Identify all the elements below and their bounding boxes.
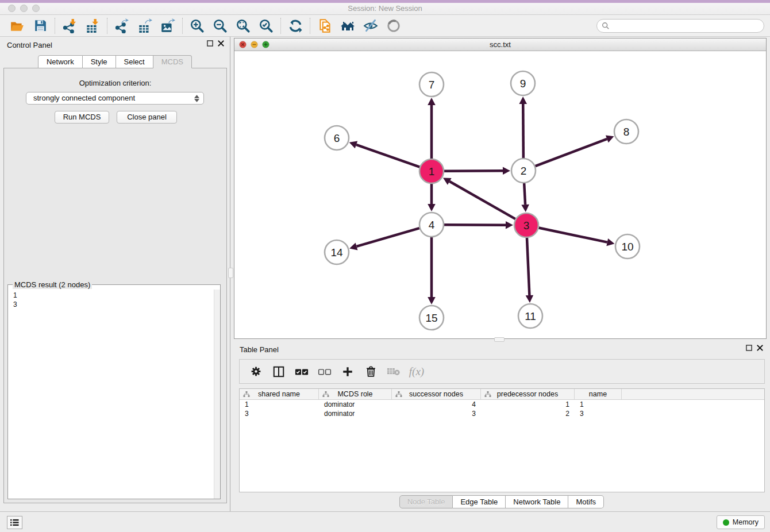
column-header-name[interactable]: name bbox=[575, 389, 622, 399]
edge-2-9[interactable] bbox=[523, 104, 523, 158]
export-network-button[interactable] bbox=[110, 17, 133, 35]
close-panel-icon[interactable] bbox=[757, 345, 763, 351]
delete-column-button[interactable] bbox=[364, 365, 378, 379]
cell-MCDS-role[interactable]: dominator bbox=[319, 400, 392, 409]
tab-mcds[interactable]: MCDS bbox=[153, 55, 192, 68]
table-row[interactable]: 3dominator323 bbox=[240, 409, 764, 418]
refresh-button[interactable] bbox=[284, 17, 307, 35]
import-network-button[interactable] bbox=[58, 17, 81, 35]
zoom-out-button[interactable] bbox=[209, 17, 232, 35]
network-frame-title: scc.txt bbox=[234, 40, 766, 49]
search-box[interactable] bbox=[596, 19, 764, 33]
cell-shared-name[interactable]: 3 bbox=[240, 409, 319, 418]
node-label-8: 8 bbox=[623, 126, 630, 138]
duplicate-network-button[interactable] bbox=[313, 17, 336, 35]
open-session-button[interactable] bbox=[6, 17, 29, 35]
float-panel-icon[interactable] bbox=[207, 40, 213, 47]
close-panel-icon[interactable] bbox=[218, 40, 224, 47]
save-session-button[interactable] bbox=[29, 17, 52, 35]
cell-predecessor-nodes[interactable]: 1 bbox=[481, 400, 575, 409]
hide-graphics-button[interactable] bbox=[359, 17, 382, 35]
tree-icon bbox=[395, 391, 402, 398]
show-column-button[interactable] bbox=[272, 365, 286, 379]
cell-name[interactable]: 3 bbox=[575, 409, 622, 418]
network-frame-titlebar[interactable]: scc.txt bbox=[234, 38, 766, 51]
edge-3-11[interactable] bbox=[527, 238, 529, 295]
table-settings-button[interactable] bbox=[249, 365, 263, 379]
edge-4-14[interactable] bbox=[357, 228, 419, 246]
import-network-icon bbox=[62, 18, 77, 33]
column-header-MCDS-role[interactable]: MCDS role bbox=[319, 389, 392, 399]
unselect-all-icon bbox=[318, 367, 332, 376]
network-graph[interactable]: 7968124314101511 bbox=[234, 51, 766, 339]
column-icon bbox=[272, 365, 285, 378]
tab-select[interactable]: Select bbox=[116, 55, 153, 68]
vertical-splitter-grip[interactable] bbox=[228, 268, 233, 278]
cell-predecessor-nodes[interactable]: 2 bbox=[481, 409, 575, 418]
optimization-criterion-select[interactable]: strongly connected component bbox=[26, 92, 204, 105]
search-input[interactable] bbox=[610, 20, 764, 32]
result-line: 3 bbox=[13, 300, 209, 309]
edge-1-2[interactable] bbox=[444, 171, 503, 171]
tab-motifs[interactable]: Motifs bbox=[568, 495, 604, 508]
delete-table-button[interactable] bbox=[387, 365, 401, 379]
cell-shared-name[interactable]: 1 bbox=[240, 400, 319, 409]
status-bar: Memory bbox=[0, 511, 770, 532]
eye-icon bbox=[386, 18, 401, 33]
edge-4-3[interactable] bbox=[444, 225, 506, 225]
table-panel-title: Table Panel bbox=[240, 345, 279, 354]
edge-3-1[interactable] bbox=[449, 182, 515, 219]
edge-1-6[interactable] bbox=[356, 145, 419, 167]
run-mcds-button[interactable]: Run MCDS bbox=[55, 111, 109, 124]
import-table-button[interactable] bbox=[81, 17, 104, 35]
show-panels-button[interactable] bbox=[7, 516, 22, 529]
tab-edge-table[interactable]: Edge Table bbox=[453, 495, 506, 508]
node-table[interactable]: shared nameMCDS rolesuccessor nodesprede… bbox=[239, 388, 765, 492]
create-column-button[interactable] bbox=[341, 365, 355, 379]
column-header-shared-name[interactable]: shared name bbox=[240, 389, 319, 399]
mcds-result-list[interactable]: 13 bbox=[9, 290, 213, 498]
export-image-icon bbox=[160, 18, 175, 33]
horizontal-splitter-grip[interactable] bbox=[494, 337, 505, 342]
zoom-in-button[interactable] bbox=[186, 17, 209, 35]
memory-button[interactable]: Memory bbox=[717, 515, 765, 529]
column-header-label: successor nodes bbox=[409, 390, 463, 398]
node-label-9: 9 bbox=[520, 78, 526, 90]
column-header-predecessor-nodes[interactable]: predecessor nodes bbox=[481, 389, 575, 399]
tab-network[interactable]: Network bbox=[38, 55, 83, 68]
select-all-button[interactable] bbox=[295, 365, 309, 379]
cell-successor-nodes[interactable]: 3 bbox=[392, 409, 481, 418]
optimization-criterion-label: Optimization criterion: bbox=[4, 79, 226, 87]
home-button[interactable] bbox=[336, 17, 359, 35]
node-label-14: 14 bbox=[330, 246, 343, 259]
zoom-selected-button[interactable] bbox=[255, 17, 278, 35]
show-graphics-button[interactable] bbox=[382, 17, 405, 35]
tab-node-table[interactable]: Node Table bbox=[399, 495, 453, 508]
cell-MCDS-role[interactable]: dominator bbox=[319, 409, 392, 418]
tab-style[interactable]: Style bbox=[83, 55, 116, 68]
cell-name[interactable]: 1 bbox=[575, 400, 622, 409]
export-image-button[interactable] bbox=[156, 17, 179, 35]
tab-network-table[interactable]: Network Table bbox=[506, 495, 568, 508]
cell-successor-nodes[interactable]: 4 bbox=[392, 400, 481, 409]
column-header-successor-nodes[interactable]: successor nodes bbox=[392, 389, 481, 399]
export-table-button[interactable] bbox=[133, 17, 156, 35]
mcds-result-group: MCDS result (2 nodes) 13 bbox=[7, 284, 221, 499]
home-icon bbox=[340, 18, 356, 33]
main-toolbar bbox=[0, 15, 770, 37]
close-panel-button[interactable]: Close panel bbox=[117, 111, 177, 124]
zoom-fit-button[interactable] bbox=[232, 17, 255, 35]
table-row[interactable]: 1dominator411 bbox=[240, 400, 764, 409]
network-canvas[interactable]: 7968124314101511 bbox=[234, 51, 766, 338]
edge-2-8[interactable] bbox=[536, 139, 607, 166]
result-line: 1 bbox=[13, 291, 209, 300]
edge-2-3[interactable] bbox=[524, 183, 525, 205]
result-scrollbar[interactable] bbox=[214, 290, 220, 499]
delete-table-icon bbox=[387, 367, 401, 376]
unselect-all-button[interactable] bbox=[318, 365, 332, 379]
edge-arrowhead bbox=[519, 97, 527, 104]
float-panel-icon[interactable] bbox=[746, 345, 752, 351]
edge-3-10[interactable] bbox=[539, 228, 607, 242]
zoom-out-icon bbox=[213, 18, 228, 33]
function-builder-button[interactable]: f(x) bbox=[410, 365, 424, 379]
